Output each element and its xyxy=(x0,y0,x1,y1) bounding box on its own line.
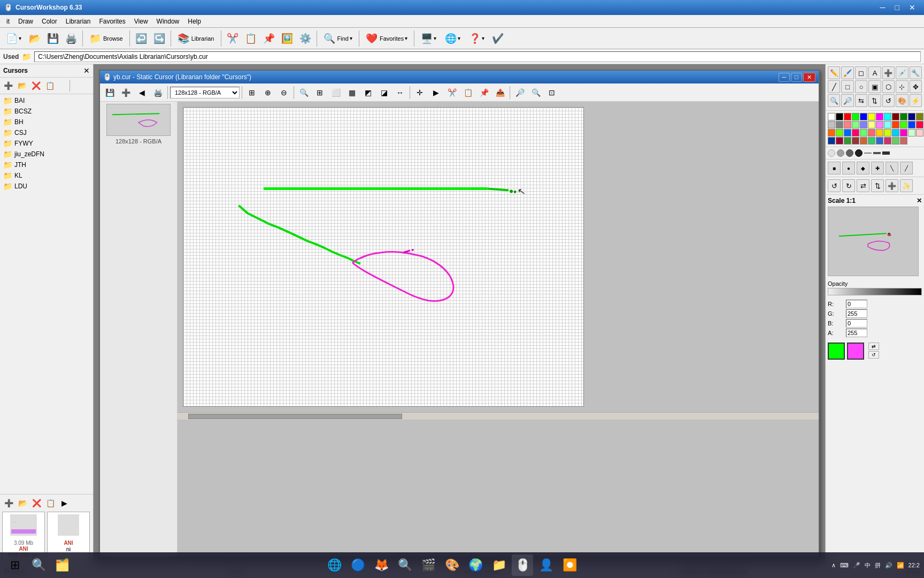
reset-colors-btn[interactable]: ↺ xyxy=(868,351,879,359)
doc-remove-btn[interactable]: ⊖ xyxy=(276,85,291,100)
background-swatch[interactable] xyxy=(847,343,864,360)
tool-flip-h[interactable]: ⇆ xyxy=(855,94,867,107)
taskbar-ie-icon[interactable]: 🔵 xyxy=(347,554,368,576)
open-button[interactable]: 📂 xyxy=(26,30,43,47)
doc-maximize-button[interactable]: □ xyxy=(791,73,802,82)
doc-test-btn[interactable]: ▶ xyxy=(428,85,443,100)
tool-select[interactable]: ⊹ xyxy=(896,80,908,93)
transform-flip-v[interactable]: ⇅ xyxy=(871,179,884,192)
tool-rotate[interactable]: ↺ xyxy=(882,94,895,107)
line-thick[interactable] xyxy=(882,151,890,155)
tool-color-pick[interactable]: 🎨 xyxy=(896,94,908,107)
tool-move[interactable]: ✥ xyxy=(910,80,922,93)
tool-brush[interactable]: 🖌️ xyxy=(841,66,853,79)
copy-button[interactable]: 📋 xyxy=(242,30,259,47)
line-thin[interactable] xyxy=(864,153,872,154)
doc-cut-btn[interactable]: ✂️ xyxy=(444,85,459,100)
doc-export-btn[interactable]: 📤 xyxy=(492,85,507,100)
transform-plus[interactable]: ➕ xyxy=(886,179,898,192)
palette-color-cell[interactable] xyxy=(900,113,907,120)
taskbar-network-icon[interactable]: 📶 xyxy=(897,562,904,569)
dot-medium[interactable] xyxy=(837,149,844,157)
menu-help[interactable]: Help xyxy=(183,16,205,27)
swap-colors-btn[interactable]: ⇄ xyxy=(868,343,879,350)
close-button[interactable]: ✕ xyxy=(905,2,920,13)
palette-color-cell[interactable] xyxy=(860,129,867,136)
palette-color-cell[interactable] xyxy=(908,113,915,120)
cursor-item-bcsz[interactable]: 📁 BCSZ xyxy=(1,106,92,117)
taskbar-globe-icon[interactable]: 🌍 xyxy=(465,554,486,576)
doc-copy-btn[interactable]: 📋 xyxy=(460,85,475,100)
palette-color-cell[interactable] xyxy=(900,137,907,144)
globe-button[interactable]: 🌐 ▾ xyxy=(441,31,464,47)
paste-button[interactable]: 📌 xyxy=(260,30,278,47)
doc-save-btn[interactable]: 💾 xyxy=(102,85,117,100)
scroll-thumb-horizontal[interactable] xyxy=(188,414,402,419)
sidebar-folder-button[interactable]: 📂 xyxy=(16,79,28,92)
sidebar-list-button[interactable]: 📋 xyxy=(43,79,56,92)
doc-fit-btn[interactable]: ⊡ xyxy=(544,85,559,100)
scale-close-button[interactable]: ✕ xyxy=(917,197,922,204)
palette-color-cell[interactable] xyxy=(860,121,867,128)
print-button[interactable]: 🖨️ xyxy=(63,30,80,47)
doc-close-button[interactable]: ✕ xyxy=(803,73,815,82)
tool-zoom-in[interactable]: 🔍 xyxy=(828,94,840,107)
cursor-item-bai[interactable]: 📁 BAI xyxy=(1,95,92,106)
palette-color-cell[interactable] xyxy=(884,121,891,128)
start-button[interactable]: ⊞ xyxy=(4,554,26,576)
palette-color-cell[interactable] xyxy=(852,129,859,136)
doc-preview-btn[interactable]: ◪ xyxy=(376,85,391,100)
help-button[interactable]: ❓ ▾ xyxy=(465,31,488,47)
blue-input[interactable] xyxy=(846,319,867,328)
address-input[interactable] xyxy=(34,51,921,62)
cursor-item-csj[interactable]: 📁 CSJ xyxy=(1,127,92,138)
settings-button[interactable]: ⚙️ xyxy=(297,30,314,47)
tool-plus[interactable]: ➕ xyxy=(882,66,895,79)
undo-button[interactable]: ↩️ xyxy=(133,30,150,47)
new-button[interactable]: 📄 ▾ xyxy=(2,31,25,47)
tool-eraser[interactable]: ◻ xyxy=(855,66,867,79)
file-delete-button[interactable]: ❌ xyxy=(30,497,43,509)
transform-magic[interactable]: ✨ xyxy=(900,179,913,192)
brush-circle[interactable]: ● xyxy=(842,162,855,174)
palette-color-cell[interactable] xyxy=(892,137,899,144)
cut-button[interactable]: ✂️ xyxy=(224,30,241,47)
palette-color-cell[interactable] xyxy=(908,129,915,136)
palette-color-cell[interactable] xyxy=(836,113,843,120)
cursor-item-fywy[interactable]: 📁 FYWY xyxy=(1,138,92,149)
line-medium[interactable] xyxy=(873,152,881,154)
cursor-item-bh[interactable]: 📁 BH xyxy=(1,117,92,127)
palette-color-cell[interactable] xyxy=(828,113,835,120)
palette-color-cell[interactable] xyxy=(860,137,867,144)
palette-color-cell[interactable] xyxy=(876,137,883,144)
opacity-bar[interactable] xyxy=(828,288,922,295)
browse-button[interactable]: 📁 Browse xyxy=(86,31,127,47)
palette-color-cell[interactable] xyxy=(876,113,883,120)
brush-diag2[interactable]: ╱ xyxy=(900,162,913,174)
tool-zoom-out[interactable]: 🔎 xyxy=(841,94,853,107)
taskbar-cursor-icon[interactable]: 🖱️ xyxy=(512,554,533,576)
brush-cross[interactable]: ✚ xyxy=(871,162,884,174)
palette-color-cell[interactable] xyxy=(844,137,851,144)
doc-print-btn[interactable]: 🖨️ xyxy=(150,85,165,100)
doc-copy-format-btn[interactable]: ⊕ xyxy=(260,85,275,100)
palette-color-cell[interactable] xyxy=(836,137,843,144)
doc-flip-btn[interactable]: ↔ xyxy=(392,85,407,100)
palette-color-cell[interactable] xyxy=(892,129,899,136)
palette-color-cell[interactable] xyxy=(884,129,891,136)
file-open-button[interactable]: 📂 xyxy=(16,497,29,509)
taskbar-edge-icon[interactable]: 🌐 xyxy=(324,554,345,576)
foreground-swatch[interactable] xyxy=(828,343,845,360)
taskbar-volume-icon[interactable]: 🔊 xyxy=(885,562,892,569)
doc-zoom-minus-btn[interactable]: 🔍 xyxy=(528,85,543,100)
palette-color-cell[interactable] xyxy=(892,113,899,120)
palette-color-cell[interactable] xyxy=(892,121,899,128)
doc-grid-btn[interactable]: ⊞ xyxy=(312,85,327,100)
palette-color-cell[interactable] xyxy=(876,121,883,128)
librarian-button[interactable]: 📚 Librarian xyxy=(174,31,218,47)
palette-color-cell[interactable] xyxy=(900,121,907,128)
menu-window[interactable]: Window xyxy=(152,16,184,27)
taskbar-record-icon[interactable]: ⏺️ xyxy=(559,554,580,576)
tool-eyedrop[interactable]: 💉 xyxy=(896,66,908,79)
palette-color-cell[interactable] xyxy=(852,113,859,120)
